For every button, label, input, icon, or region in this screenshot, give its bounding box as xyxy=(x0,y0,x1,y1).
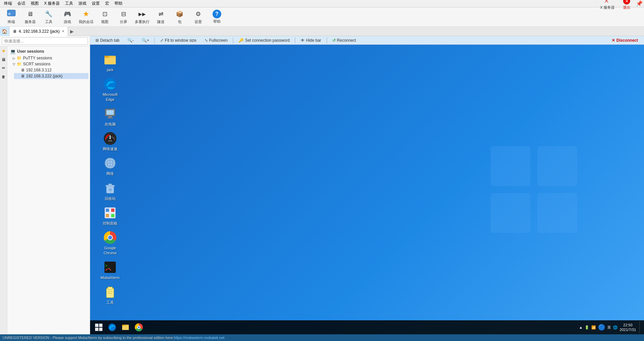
svg-point-19 xyxy=(109,138,111,139)
desktop-icon-network[interactable]: 网络 xyxy=(97,155,123,177)
menu-bar: 终端 会话 视图 X 服务器 工具 游戏 设置 宏 帮助 ✕ X 服务器 ✕ 退… xyxy=(0,0,644,7)
svg-text:⊞: ⊞ xyxy=(8,12,11,16)
fullscreen-btn[interactable]: ⤡ Fullscreen xyxy=(202,37,230,43)
tab-scroll-arrow[interactable]: ▶ xyxy=(68,27,76,36)
taskbar-right: ▲ 🔋 📶 🔵 英 🌐 22:50 2021/7/31 xyxy=(579,321,641,333)
taskbar-lang-icon: 英 xyxy=(607,325,611,330)
svg-rect-49 xyxy=(122,326,129,330)
toolbar-help-btn[interactable]: ? 帮助 xyxy=(208,9,226,25)
toolbar-settings-btn[interactable]: ⚙ 设置 xyxy=(190,9,207,25)
menu-item-session[interactable]: 会话 xyxy=(15,0,28,7)
detach-tab-btn[interactable]: ⊞ Detach tab xyxy=(93,37,122,43)
pencil-icon[interactable]: ✏ xyxy=(1,65,7,71)
detach-icon: ⊞ xyxy=(95,38,99,43)
menu-item-view[interactable]: 视图 xyxy=(28,0,41,7)
sidebar: ★ 🖥 ✏ 🗑 💻 User sessions ▷ 📁 xyxy=(0,36,90,334)
taskbar-edge-btn[interactable] xyxy=(106,321,118,333)
taskbar-chrome-btn[interactable] xyxy=(133,321,145,333)
svg-text:km/h: km/h xyxy=(108,140,112,142)
svg-rect-46 xyxy=(99,328,102,331)
icon-label-recycle: 回收站 xyxy=(105,196,116,201)
fit-label: Fit to window size xyxy=(165,38,197,43)
session-tab-active[interactable]: 🖥 4. 192.168.3.222 (jack) ✕ xyxy=(9,27,68,36)
svg-rect-14 xyxy=(106,110,114,115)
disconnect-x-icon: ✕ xyxy=(612,38,615,43)
menu-item-xserver[interactable]: X 服务器 xyxy=(41,0,62,7)
desktop-icon-tools[interactable]: 工具 xyxy=(97,284,123,306)
desktop-icon-mobaxterm[interactable]: >_ MobaXterm xyxy=(97,259,123,281)
reconnect-icon: ↺ xyxy=(332,38,336,43)
icon-label-edge: Microsoft Edge xyxy=(98,92,122,102)
toolbar-split-btn[interactable]: ⊟ 分屏 xyxy=(115,9,132,25)
desktop-icon-speed[interactable]: km/h 网络速速 xyxy=(97,130,123,152)
toolbar-mysessions-btn[interactable]: ★ 我的会话 xyxy=(77,9,95,25)
svg-rect-11 xyxy=(104,56,109,58)
scrt-group: ▽ 📁 SCRT sessions 🖥 192.168.3.112 🖥 xyxy=(9,61,88,79)
quick-connect-input[interactable] xyxy=(2,37,88,45)
toolbar-view-btn[interactable]: ⊡ 视图 xyxy=(96,9,113,25)
tree-item-ip2[interactable]: 🖥 192.168.3.222 (jack) xyxy=(14,73,88,79)
toolbar-tools-btn[interactable]: 🔧 工具 xyxy=(40,9,57,25)
exit-button[interactable]: ✕ 退出 xyxy=(620,0,633,11)
monitor-icon[interactable]: 🖥 xyxy=(1,56,7,62)
fit-icon: ⤢ xyxy=(160,38,164,43)
toolbar-games-btn[interactable]: 🎮 游戏 xyxy=(59,9,76,25)
scrt-label: SCRT sessions xyxy=(23,62,50,66)
desktop-icon-recycle[interactable]: ♻ 回收站 xyxy=(97,180,123,202)
svg-rect-27 xyxy=(106,185,114,187)
toolbar-package-btn[interactable]: 📦 包 xyxy=(171,9,188,25)
home-tab-button[interactable]: 🏠 xyxy=(0,27,9,36)
taskbar-show-desktop[interactable] xyxy=(639,321,641,333)
reconnect-btn[interactable]: ↺ Reconnect xyxy=(330,37,359,43)
scrt-group-header[interactable]: ▽ 📁 SCRT sessions xyxy=(11,61,88,67)
star-icon[interactable]: ★ xyxy=(1,48,7,54)
desktop-icon-jack[interactable]: jack xyxy=(97,51,123,73)
eraser-icon[interactable]: 🗑 xyxy=(1,74,7,80)
computer-icon: 💻 xyxy=(10,49,16,54)
tree-item-ip1[interactable]: 🖥 192.168.3.112 xyxy=(14,67,88,73)
desktop-icon-control[interactable]: 控制面板 xyxy=(97,205,123,227)
toolbar-terminal-btn[interactable]: ⊞ 终端 xyxy=(3,9,20,25)
hide-bar-btn[interactable]: 👁 Hide bar xyxy=(298,37,324,43)
status-link[interactable]: https://mobaxterm.mobatek.net xyxy=(174,336,225,340)
taskbar-battery-icon: 🔋 xyxy=(585,325,589,330)
zoom-out-btn[interactable]: 🔍- xyxy=(125,37,136,43)
menu-item-tools[interactable]: 工具 xyxy=(62,0,76,7)
desktop-icon-chrome[interactable]: Google Chrome xyxy=(97,230,123,257)
tab-close-icon[interactable]: ✕ xyxy=(62,29,64,33)
svg-rect-28 xyxy=(108,184,112,185)
set-password-btn[interactable]: 🔑 Set connection password xyxy=(236,37,292,43)
svg-rect-8 xyxy=(537,193,577,233)
toolbar-server-btn[interactable]: 🖥 服务器 xyxy=(21,9,39,25)
svg-rect-40 xyxy=(108,287,112,290)
menu-item-settings[interactable]: 设置 xyxy=(89,0,102,7)
svg-rect-34 xyxy=(111,214,114,217)
folder-icon-2: 📁 xyxy=(17,62,22,66)
svg-rect-31 xyxy=(106,209,109,212)
desktop-icon-edge[interactable]: Microsoft Edge xyxy=(97,76,123,103)
status-text: UNREGISTERED VERSION - Please support Mo… xyxy=(3,336,174,340)
menu-item-help[interactable]: 帮助 xyxy=(112,0,125,7)
session-tab-icon: 🖥 xyxy=(13,29,17,34)
fit-window-btn[interactable]: ⤢ Fit to window size xyxy=(157,37,199,43)
svg-rect-6 xyxy=(537,146,577,186)
remote-desktop[interactable]: jack Microsoft Edge xyxy=(90,45,644,334)
zoom-in-btn[interactable]: 🔍+ xyxy=(139,37,152,43)
x-server-button[interactable]: ✕ X 服务器 xyxy=(598,0,617,11)
set-pw-label: Set connection password xyxy=(245,38,290,43)
menu-item-macro[interactable]: 宏 xyxy=(102,0,112,7)
putty-group-header[interactable]: ▷ 📁 PuTTY sessions xyxy=(11,55,88,61)
menu-item-games[interactable]: 游戏 xyxy=(76,0,89,7)
taskbar-up-arrow[interactable]: ▲ xyxy=(579,325,583,329)
taskbar-clock[interactable]: 22:50 2021/7/31 xyxy=(620,323,636,332)
server-icon-1: 🖥 xyxy=(21,68,25,72)
menu-item-terminal[interactable]: 终端 xyxy=(1,0,15,7)
start-button[interactable] xyxy=(93,321,105,333)
toolbar-tunnel-btn[interactable]: ⇌ 隧道 xyxy=(152,9,170,25)
toolbar-multiexec-btn[interactable]: ▶▶ 多重执行 xyxy=(133,9,151,25)
taskbar-explorer-btn[interactable] xyxy=(119,321,131,333)
disconnect-btn[interactable]: ✕ Disconnect xyxy=(608,37,641,43)
fullscreen-label: Fullscreen xyxy=(209,38,228,43)
content-row: ★ 🖥 ✏ 🗑 💻 User sessions ▷ 📁 xyxy=(0,36,644,334)
desktop-icon-mypc[interactable]: 此电脑 xyxy=(97,106,123,128)
